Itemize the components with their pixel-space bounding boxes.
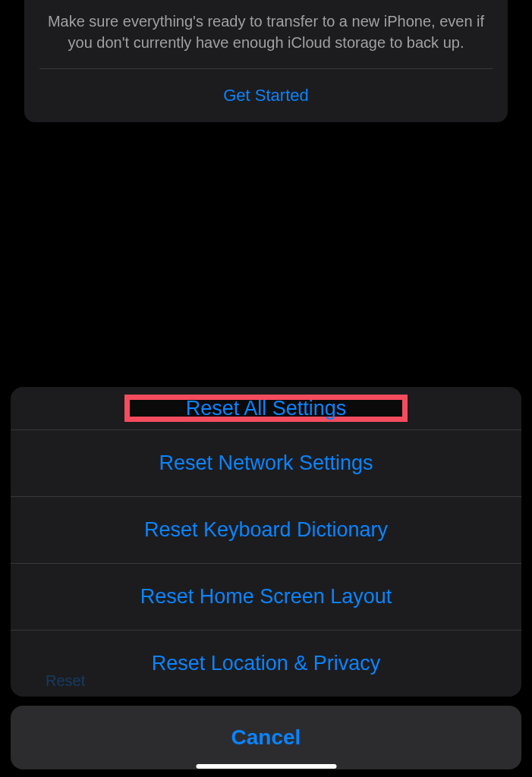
get-started-button[interactable]: Get Started — [39, 69, 493, 122]
option-label: Reset Home Screen Layout — [140, 585, 392, 608]
reset-network-settings-option[interactable]: Reset Network Settings — [11, 430, 521, 497]
reset-keyboard-dictionary-option[interactable]: Reset Keyboard Dictionary — [11, 497, 521, 564]
option-label: Reset All Settings — [186, 397, 347, 420]
cancel-button[interactable]: Cancel — [11, 706, 521, 769]
highlight-annotation: Reset All Settings — [124, 395, 408, 422]
backup-description: Make sure everything's ready to transfer… — [39, 0, 493, 68]
home-indicator[interactable] — [196, 764, 336, 769]
option-label: Reset Keyboard Dictionary — [144, 518, 388, 541]
action-sheet: Reset Reset All Settings Reset Network S… — [0, 387, 532, 777]
backup-card: Make sure everything's ready to transfer… — [24, 0, 508, 122]
option-label: Reset Location & Privacy — [152, 652, 381, 675]
reset-all-settings-option[interactable]: Reset All Settings — [11, 387, 521, 430]
reset-location-privacy-option[interactable]: Reset Location & Privacy — [11, 631, 521, 697]
option-label: Reset Network Settings — [159, 451, 373, 474]
reset-home-screen-layout-option[interactable]: Reset Home Screen Layout — [11, 564, 521, 631]
sheet-options-group: Reset All Settings Reset Network Setting… — [11, 387, 521, 697]
